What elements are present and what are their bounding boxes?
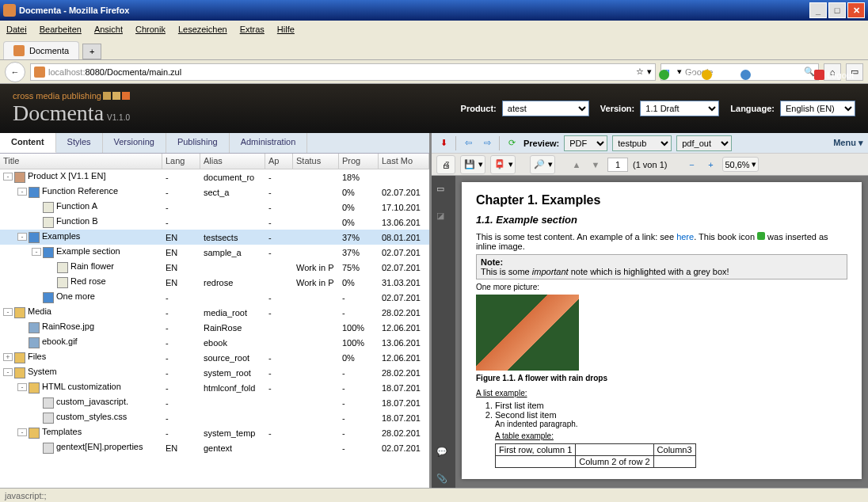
folder-icon	[14, 307, 25, 318]
logout-link[interactable]: Logout	[814, 70, 854, 80]
dropdown-icon[interactable]: ▾	[647, 67, 652, 77]
node-title: custom_styles.css	[56, 412, 127, 421]
new-tab-button[interactable]: +	[82, 44, 101, 59]
send-icon[interactable]: 📮	[493, 158, 507, 172]
menu-ansicht[interactable]: Ansicht	[94, 25, 123, 34]
help-link[interactable]: Help	[702, 70, 733, 80]
star-icon[interactable]: ☆	[636, 67, 644, 77]
print-icon[interactable]: 🖨	[439, 158, 453, 172]
expander-icon[interactable]: -	[3, 368, 13, 376]
col-prog[interactable]: Prog	[339, 154, 379, 169]
window-title: Docmenta - Mozilla Firefox	[19, 6, 129, 15]
menu-chronik[interactable]: Chronik	[135, 25, 166, 34]
tree-body[interactable]: -Product X [V1.1 EN]-document_ro-18%-Fun…	[0, 169, 429, 488]
version-select[interactable]: 1.1 Draft	[640, 101, 719, 116]
doc-h2: 1.1. Example section	[476, 214, 847, 226]
back-button[interactable]: ←	[5, 62, 25, 82]
profile-link[interactable]: Profile: admin	[740, 70, 806, 80]
expander-icon[interactable]: -	[32, 248, 41, 256]
tree-row[interactable]: Rain flowerENWork in P75%02.07.201	[0, 260, 429, 275]
tree-row[interactable]: One more---02.07.201	[0, 290, 429, 305]
page-input[interactable]	[607, 158, 628, 172]
product-select[interactable]: atest	[502, 101, 589, 116]
zoom-out-icon[interactable]: −	[684, 158, 699, 172]
doc-link-here[interactable]: here	[676, 232, 694, 241]
product-selector: Product: atest	[461, 101, 589, 116]
doc-icon	[43, 202, 54, 213]
maximize-button[interactable]: □	[828, 2, 846, 18]
find-icon[interactable]: 🔎	[532, 158, 546, 172]
node-title: RainRose.jpg	[42, 321, 94, 331]
tree-row[interactable]: -Templates-system_temp--28.02.201	[0, 425, 429, 440]
pdf-viewport[interactable]: Chapter 1. Examples 1.1. Example section…	[455, 176, 868, 488]
tree-row[interactable]: Function B--0%13.06.201	[0, 215, 429, 230]
thumbnails-icon[interactable]: ▭	[436, 184, 451, 198]
bookmarks-icon[interactable]: ◪	[436, 211, 451, 225]
zoom-in-icon[interactable]: +	[703, 158, 718, 172]
col-ap[interactable]: Ap	[265, 154, 293, 169]
tree-row[interactable]: +Files-source_root-0%12.06.201	[0, 350, 429, 365]
col-title[interactable]: Title	[0, 154, 162, 169]
minimize-button[interactable]: _	[809, 2, 827, 18]
page-up-icon[interactable]: ▲	[569, 158, 584, 172]
pdf-icon[interactable]: ⬇	[436, 136, 451, 150]
next-icon[interactable]: ⇨	[480, 136, 494, 150]
tree-row[interactable]: -Example sectionENsample_a-37%02.07.201	[0, 245, 429, 260]
tree-row[interactable]: custom_javascript.--18.07.201	[0, 395, 429, 410]
preview-menu[interactable]: Menu ▾	[833, 138, 863, 148]
col-alias[interactable]: Alias	[200, 154, 265, 169]
about-link[interactable]: About	[659, 70, 695, 80]
close-button[interactable]: ✕	[847, 2, 865, 18]
url-bar[interactable]: localhost:8080/Docmenta/main.zul ☆ ▾	[30, 63, 656, 81]
col-lang[interactable]: Lang	[162, 154, 200, 169]
save-icon[interactable]: 💾	[463, 158, 477, 172]
tree-row[interactable]: Function A--0%17.10.201	[0, 200, 429, 215]
prev-icon[interactable]: ⇦	[461, 136, 475, 150]
tree-row[interactable]: -Media-media_root--28.02.201	[0, 305, 429, 320]
menu-bearbeiten[interactable]: Bearbeiten	[40, 25, 82, 34]
browser-tab[interactable]: Docmenta	[3, 41, 79, 59]
attach-icon[interactable]: 📎	[436, 473, 451, 488]
language-selector: Language: English (EN)	[730, 101, 855, 116]
expander-icon[interactable]: +	[3, 353, 13, 361]
tab-content[interactable]: Content	[0, 133, 56, 153]
comment-icon[interactable]: 💬	[436, 447, 451, 461]
tab-publishing[interactable]: Publishing	[166, 133, 230, 153]
preview-pub-select[interactable]: testpub	[612, 135, 672, 151]
page-down-icon[interactable]: ▼	[588, 158, 603, 172]
tab-administration[interactable]: Administration	[230, 133, 308, 153]
menu-extras[interactable]: Extras	[240, 25, 265, 34]
version-selector: Version: 1.1 Draft	[600, 101, 719, 116]
tree-row[interactable]: Red roseENredroseWork in P0%31.03.201	[0, 275, 429, 290]
tree-row[interactable]: RainRose.jpg-RainRose100%12.06.201	[0, 320, 429, 335]
expander-icon[interactable]: -	[17, 428, 27, 436]
tree-row[interactable]: custom_styles.css--18.07.201	[0, 410, 429, 425]
col-mod[interactable]: Last Mo	[379, 154, 429, 169]
tree-row[interactable]: -System-system_root--28.02.201	[0, 365, 429, 380]
expander-icon[interactable]: -	[17, 383, 27, 391]
tab-styles[interactable]: Styles	[56, 133, 103, 153]
node-title: Product X [V1.1 EN]	[28, 171, 105, 181]
file-icon	[43, 413, 54, 424]
expander-icon[interactable]: -	[17, 233, 27, 241]
menu-datei[interactable]: Datei	[6, 25, 27, 34]
expander-icon[interactable]: -	[3, 173, 13, 181]
tab-versioning[interactable]: Versioning	[103, 133, 166, 153]
zoom-value[interactable]: 50,6%	[725, 160, 749, 169]
pdf-toolbar: 🖨 💾▾ 📮▾ 🔎▾ ▲ ▼ (1 von 1) − + 50,6%▾	[432, 154, 868, 176]
tree-row[interactable]: ebook.gif-ebook100%13.06.201	[0, 335, 429, 350]
menu-lesezeichen[interactable]: Lesezeichen	[178, 25, 227, 34]
tree-row[interactable]: -ExamplesENtestsects-37%08.01.201	[0, 230, 429, 245]
refresh-icon[interactable]: ⟳	[504, 136, 519, 150]
language-select[interactable]: English (EN)	[780, 101, 855, 116]
preview-out-select[interactable]: pdf_out	[676, 135, 732, 151]
tree-row[interactable]: -Function Reference-sect_a-0%02.07.201	[0, 184, 429, 200]
preview-format-select[interactable]: PDF	[564, 135, 607, 151]
tree-row[interactable]: gentext[EN].propertiesENgentext-02.07.20…	[0, 440, 429, 455]
tree-row[interactable]: -HTML customization-htmlconf_fold--18.07…	[0, 380, 429, 395]
expander-icon[interactable]: -	[3, 308, 13, 316]
col-status[interactable]: Status	[293, 154, 339, 169]
menu-hilfe[interactable]: Hilfe	[277, 25, 295, 34]
expander-icon[interactable]: -	[17, 188, 27, 196]
tree-row[interactable]: -Product X [V1.1 EN]-document_ro-18%	[0, 169, 429, 184]
